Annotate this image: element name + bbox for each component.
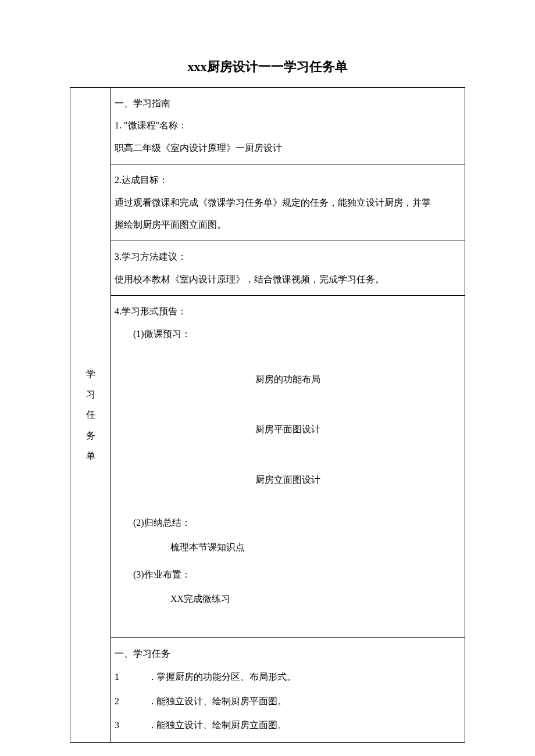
form-label: 4.学习形式预告： — [115, 300, 461, 323]
left-char: 学 — [73, 364, 108, 384]
task-sheet-table: 学 习 任 务 单 一、学习指南 1. "微课程"名称： 职高二年级《室内设计原… — [70, 87, 465, 743]
task-num: 1 — [115, 665, 124, 689]
guide-section-3: 3.学习方法建议： 使用校本教材《室内设计原理》，结合微课视频，完成学习任务。 — [111, 241, 465, 296]
left-label-cell: 学 习 任 务 单 — [70, 88, 111, 743]
guide-section-2: 2.达成目标： 通过观看微课和完成《微课学习任务单》规定的任务，能独立设计厨房，… — [111, 164, 465, 241]
summary-body: 梳理本节课知识点 — [115, 536, 461, 558]
guide-section-1: 一、学习指南 1. "微课程"名称： 职高二年级《室内设计原理》一厨房设计 — [111, 88, 465, 164]
task-dot: . — [124, 713, 156, 737]
course-name-body: 职高二年级《室内设计原理》一厨房设计 — [115, 137, 461, 159]
goal-body-line1: 通过观看微课和完成《微课学习任务单》规定的任务，能独立设计厨房，并掌 — [115, 192, 461, 214]
goal-body-line2: 握绘制厨房平面图立面图。 — [115, 214, 461, 236]
task-row: 2 . 能独立设计、绘制厨房平面图。 — [115, 689, 461, 714]
task-text: 掌握厨房的功能分区、布局形式。 — [156, 665, 461, 689]
summary-label: (2)归纳总结： — [115, 512, 461, 534]
course-name-label: 1. "微课程"名称： — [115, 114, 461, 137]
tasks-section: 一、学习任务 1 . 掌握厨房的功能分区、布局形式。 2 . 能独立设计、绘制厨… — [111, 638, 465, 742]
task-text: 能独立设计、绘制厨房立面图。 — [156, 713, 461, 737]
guide-heading: 一、学习指南 — [115, 92, 461, 114]
task-list: 1 . 掌握厨房的功能分区、布局形式。 2 . 能独立设计、绘制厨房平面图。 3… — [115, 665, 461, 737]
page-title: xxx厨房设计一一学习任务单 — [70, 58, 465, 76]
task-row: 3 . 能独立设计、绘制厨房立面图。 — [115, 713, 461, 737]
method-label: 3.学习方法建议： — [115, 246, 461, 268]
task-num: 3 — [115, 713, 124, 737]
left-char: 习 — [73, 384, 108, 404]
task-dot: . — [124, 689, 156, 714]
left-char: 单 — [73, 446, 108, 466]
method-body: 使用校本教材《室内设计原理》，结合微课视频，完成学习任务。 — [115, 268, 461, 291]
preview-topic-b: 厨房平面图设计 — [115, 418, 461, 440]
left-char: 任 — [73, 404, 108, 425]
task-dot: . — [124, 665, 156, 689]
left-char: 务 — [73, 425, 108, 446]
task-row: 1 . 掌握厨房的功能分区、布局形式。 — [115, 665, 461, 689]
preview-topic-c: 厨房立面图设计 — [115, 469, 461, 491]
homework-label: (3)作业布置： — [115, 564, 461, 586]
homework-body: XX完成微练习 — [115, 588, 461, 610]
guide-section-4: 4.学习形式预告： (1)微课预习： 厨房的功能布局 厨房平面图设计 厨房立面图… — [111, 296, 465, 638]
preview-label: (1)微课预习： — [115, 323, 461, 345]
tasks-heading: 一、学习任务 — [115, 643, 461, 665]
preview-topic-a: 厨房的功能布局 — [115, 368, 461, 390]
content-cell: 一、学习指南 1. "微课程"名称： 职高二年级《室内设计原理》一厨房设计 2.… — [111, 88, 465, 743]
task-text: 能独立设计、绘制厨房平面图。 — [156, 689, 461, 714]
goal-label: 2.达成目标： — [115, 169, 461, 191]
task-num: 2 — [115, 689, 124, 714]
